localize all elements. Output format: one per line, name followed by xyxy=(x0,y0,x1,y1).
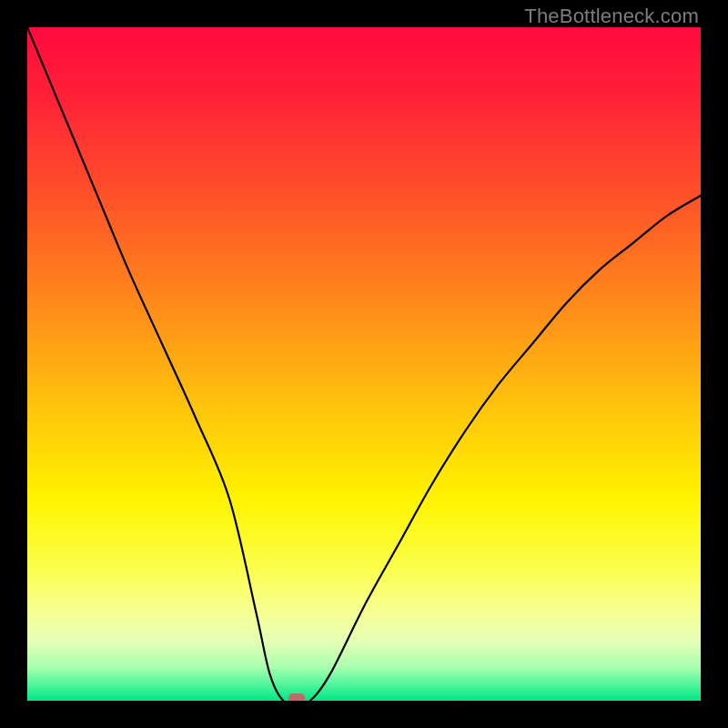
chart-frame: TheBottleneck.com xyxy=(0,0,728,728)
bottleneck-curve xyxy=(27,27,701,701)
optimal-marker xyxy=(288,693,305,701)
watermark-text: TheBottleneck.com xyxy=(524,5,699,28)
plot-area xyxy=(27,27,701,701)
